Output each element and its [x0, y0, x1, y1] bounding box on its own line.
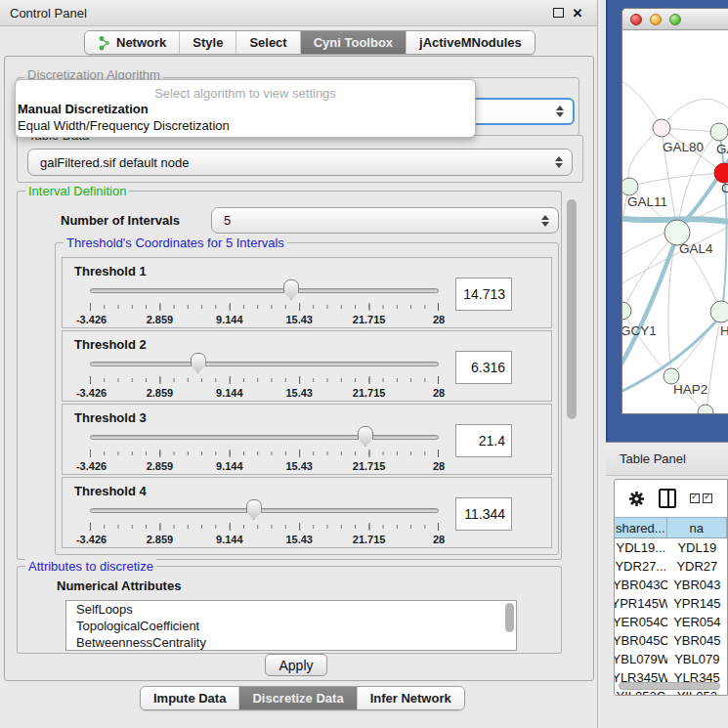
node-ga[interactable]	[710, 123, 728, 141]
table-row[interactable]: YER054C YER054	[615, 613, 727, 631]
right-region: GAL80 GA C GAL11 GAL4 GCY1 H HAP2 Table …	[599, 0, 728, 728]
control-panel-titlebar: Control Panel ✕	[0, 0, 597, 26]
threshold-4-value-field[interactable]: 11.344	[455, 497, 512, 531]
threshold-3-slider[interactable]: -3.426 2.859 9.144 15.43 21.715 28	[90, 426, 439, 473]
list-item-betweennesscentrality[interactable]: BetweennessCentrality	[66, 634, 516, 651]
popup-placeholder: Select algorithm to view settings	[16, 80, 475, 101]
attributes-groupbox: Attributes to discretize Numerical Attri…	[17, 566, 562, 654]
close-panel-button[interactable]: ✕	[568, 4, 587, 21]
table-row[interactable]: YDL19... YDL19	[615, 538, 727, 557]
slider-track[interactable]	[90, 435, 439, 440]
close-window-icon[interactable]	[630, 14, 642, 25]
label-hap2: HAP2	[673, 382, 707, 397]
main-vertical-scrollbar[interactable]	[567, 199, 577, 419]
threshold-1-panel: Threshold 1 -3.426 2.859 9.144 15.43 21.…	[62, 257, 552, 328]
num-intervals-label: Number of Intervals	[61, 213, 180, 228]
node-h[interactable]	[710, 301, 728, 322]
tick-label: -3.426	[76, 534, 107, 545]
node-gal80[interactable]	[653, 119, 670, 137]
threshold-3-value-field[interactable]: 21.4	[455, 424, 512, 457]
minimize-window-icon[interactable]	[650, 14, 662, 25]
cyni-toolbox-content: Discretization Algorithm Select algorith…	[4, 56, 594, 681]
tab-style[interactable]: Style	[180, 31, 236, 54]
table-panel-title: Table Panel	[620, 451, 686, 466]
tab-select[interactable]: Select	[236, 31, 300, 54]
table-row[interactable]: YDR27... YDR27	[615, 557, 727, 576]
node-gcy1[interactable]	[622, 302, 631, 320]
tab-infer-network[interactable]: Infer Network	[358, 687, 464, 709]
tab-impute-data[interactable]: Impute Data	[141, 687, 239, 709]
tab-jactivemnodules[interactable]: jActiveMNodules	[407, 31, 535, 54]
tab-impute-data-label: Impute Data	[153, 691, 226, 706]
table-panel-titlebar: Table Panel	[606, 442, 728, 476]
slider-track[interactable]	[90, 508, 439, 513]
threshold-2-value-field[interactable]: 6.316	[455, 351, 512, 384]
tick-label: 21.715	[353, 387, 386, 399]
table-data-combobox[interactable]: galFiltered.sif default node	[27, 149, 573, 176]
tab-discretize-data-label: Discretize Data	[252, 691, 343, 706]
slider-handle[interactable]	[283, 279, 299, 300]
tab-discretize-data[interactable]: Discretize Data	[239, 687, 357, 709]
label-gal4: GAL4	[679, 241, 713, 256]
slider-track[interactable]	[90, 288, 439, 293]
num-intervals-combobox[interactable]: 5	[211, 207, 559, 234]
network-window-titlebar[interactable]	[622, 9, 728, 30]
popup-item-equal-width-frequency[interactable]: Equal Width/Frequency Discretization	[16, 117, 475, 134]
node-bottom-partial[interactable]	[698, 405, 713, 414]
popup-item-manual-discretization[interactable]: Manual Discretization	[16, 101, 475, 117]
tab-cyni-toolbox-label: Cyni Toolbox	[314, 35, 393, 50]
float-window-button[interactable]	[548, 4, 568, 21]
threshold-4-panel: Threshold 4 -3.426 2.859 9.144 15.43 21.…	[62, 477, 552, 548]
tab-jactivemnodules-label: jActiveMNodules	[419, 35, 522, 50]
threshold-1-slider[interactable]: -3.426 2.859 9.144 15.43 21.715 28	[90, 279, 439, 326]
tab-network[interactable]: Network	[85, 31, 180, 54]
table-data-combo-value: galFiltered.sif default node	[40, 155, 189, 170]
tab-cyni-toolbox[interactable]: Cyni Toolbox	[301, 31, 407, 54]
table-data-groupbox: Table Data galFiltered.sif default node	[17, 135, 583, 183]
column-header-shared-name[interactable]: shared...	[615, 518, 667, 537]
tick-label: 21.715	[353, 314, 386, 325]
table-horizontal-scrollbar[interactable]	[619, 682, 720, 690]
numerical-attributes-title: Numerical Attributes	[57, 578, 181, 593]
tab-style-label: Style	[193, 35, 223, 50]
gear-icon[interactable]	[628, 491, 645, 507]
combo-arrows-icon	[556, 106, 564, 117]
slider-track[interactable]	[90, 362, 439, 366]
list-item-selfloops[interactable]: SelfLoops	[66, 601, 516, 618]
slider-minor-ticks	[90, 305, 439, 309]
network-highlight-edges	[622, 132, 728, 394]
slider-handle[interactable]	[246, 499, 262, 520]
list-vertical-scrollbar[interactable]	[505, 603, 514, 632]
table-row[interactable]: YBR043C YBR043	[615, 576, 727, 594]
slider-handle[interactable]	[191, 353, 206, 373]
tick-label: 2.859	[147, 314, 174, 325]
select-columns-icon[interactable]	[690, 493, 712, 503]
tick-label: 2.859	[147, 534, 174, 545]
label-gcy1: GCY1	[622, 323, 657, 338]
slider-handle[interactable]	[358, 426, 373, 447]
threshold-2-slider[interactable]: -3.426 2.859 9.144 15.43 21.715 28	[90, 353, 439, 400]
threshold-1-value-field[interactable]: 14.713	[455, 278, 512, 311]
node-gal11[interactable]	[622, 178, 638, 195]
slider-minor-ticks	[90, 525, 439, 529]
network-canvas[interactable]: GAL80 GA C GAL11 GAL4 GCY1 H HAP2	[622, 30, 728, 414]
zoom-window-icon[interactable]	[669, 14, 681, 25]
network-icon	[98, 35, 111, 51]
label-h: H	[720, 323, 728, 338]
table-row[interactable]: YPR145W YPR145	[615, 594, 727, 613]
label-c: C	[721, 181, 728, 195]
tick-label: 9.144	[216, 314, 243, 325]
network-view-frame: GAL80 GA C GAL11 GAL4 GCY1 H HAP2	[606, 0, 728, 442]
threshold-3-panel: Threshold 3 -3.426 2.859 9.144 15.43 21.…	[62, 404, 552, 475]
interval-definition-label: Interval Definition	[25, 184, 129, 198]
threshold-4-slider[interactable]: -3.426 2.859 9.144 15.43 21.715 28	[90, 499, 439, 546]
list-item-topologicalcoefficient[interactable]: TopologicalCoefficient	[66, 618, 516, 634]
column-header-name[interactable]: na	[667, 518, 727, 537]
numerical-attributes-list: SelfLoops TopologicalCoefficient Between…	[65, 600, 517, 651]
table-row[interactable]: YBR045C YBR045	[615, 631, 727, 650]
apply-button[interactable]: Apply	[265, 654, 327, 676]
tick-label: 28	[433, 460, 445, 472]
columns-icon[interactable]	[659, 489, 676, 508]
table-row[interactable]: YBL079W YBL079	[615, 650, 727, 668]
threshold-3-label: Threshold 3	[74, 410, 147, 425]
